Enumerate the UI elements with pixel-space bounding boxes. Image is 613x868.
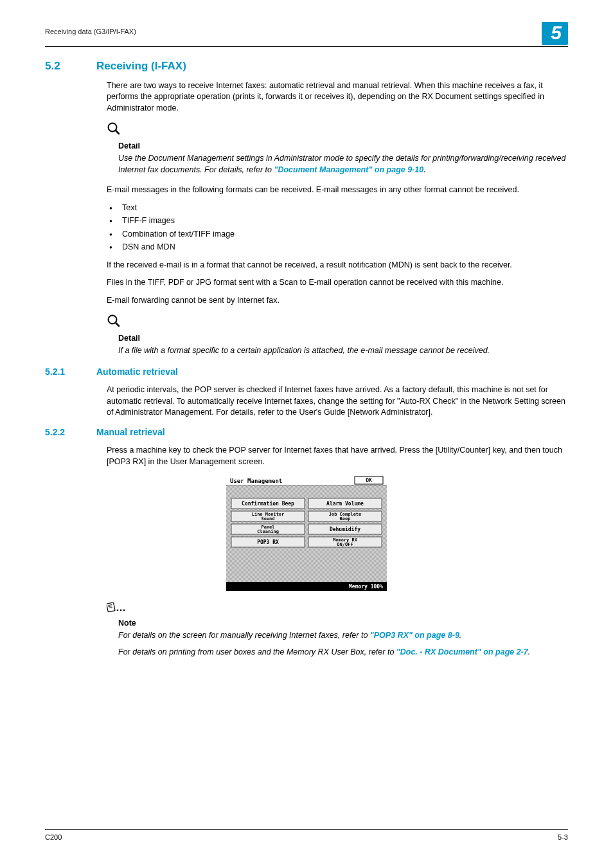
subsection-title: Automatic retrieval	[96, 366, 178, 379]
svg-text:Confirmation Beep: Confirmation Beep	[242, 500, 294, 507]
svg-line-1	[116, 131, 119, 134]
detail-label: Detail	[118, 333, 568, 345]
svg-point-39	[123, 610, 125, 611]
subsection-heading-1: 5.2.1 Automatic retrieval	[45, 366, 568, 379]
magnifier-icon	[107, 314, 121, 332]
pop3-rx-link[interactable]: "POP3 RX" on page 8-9	[370, 631, 459, 640]
lcd-ok-button: OK	[366, 478, 372, 484]
formats-block: E-mail messages in the following formats…	[107, 185, 568, 306]
svg-text:Beep: Beep	[340, 516, 351, 521]
chapter-number-badge: 5	[542, 22, 568, 45]
svg-line-36	[109, 608, 112, 608]
document-management-link[interactable]: "Document Management" on page 9-10	[274, 165, 423, 174]
formats-p1: If the received e-mail is in a format th…	[107, 260, 568, 271]
list-item: Combination of text/TIFF image	[107, 229, 568, 240]
svg-text:POP3 RX: POP3 RX	[257, 539, 279, 545]
detail-body: Use the Document Management settings in …	[118, 153, 568, 176]
formats-list: Text TIFF-F images Combination of text/T…	[107, 203, 568, 253]
section-title: Receiving (I-FAX)	[96, 59, 186, 74]
list-item: DSN and MDN	[107, 242, 568, 253]
svg-point-37	[117, 610, 119, 611]
lcd-title: User Management	[230, 478, 282, 484]
detail-callout-2: Detail If a file with a format specific …	[107, 314, 568, 357]
list-item: Text	[107, 203, 568, 214]
formats-p2: Files in the TIFF, PDF or JPG format sen…	[107, 277, 568, 289]
svg-line-3	[116, 323, 119, 326]
svg-point-38	[120, 610, 122, 611]
detail-body: If a file with a format specific to a ce…	[118, 345, 568, 357]
sub1-body: At periodic intervals, the POP server is…	[107, 384, 568, 419]
list-item: TIFF-F images	[107, 215, 568, 227]
sub2-paragraph: Press a machine key to check the POP ser…	[107, 445, 568, 467]
detail-callout-1: Detail Use the Document Management setti…	[107, 122, 568, 176]
svg-text:ON/OFF: ON/OFF	[337, 542, 353, 547]
footer-left: C200	[45, 833, 62, 842]
page-footer: C200 5-3	[45, 829, 568, 842]
formats-intro: E-mail messages in the following formats…	[107, 185, 568, 196]
svg-text:Alarm Volume: Alarm Volume	[326, 501, 364, 507]
magnifier-icon	[107, 122, 121, 140]
svg-rect-33	[107, 602, 115, 612]
lcd-screenshot: User Management OK Confirmation Beep Ala…	[226, 475, 387, 591]
note-label: Note	[118, 618, 568, 629]
section-intro: There are two ways to receive Internet f…	[107, 80, 568, 114]
note-icon	[107, 602, 126, 617]
sub2-body: Press a machine key to check the POP ser…	[107, 445, 568, 467]
detail-label: Detail	[118, 141, 568, 152]
subsection-number: 5.2.1	[45, 366, 96, 379]
footer-right: 5-3	[558, 833, 568, 842]
section-heading: 5.2 Receiving (I-FAX)	[45, 59, 568, 74]
formats-p3: E-mail forwarding cannot be sent by Inte…	[107, 295, 568, 307]
svg-line-35	[109, 606, 112, 607]
svg-text:Dehumidify: Dehumidify	[330, 526, 360, 532]
svg-line-34	[108, 605, 112, 606]
subsection-heading-2: 5.2.2 Manual retrieval	[45, 426, 568, 439]
sub1-paragraph: At periodic intervals, the POP server is…	[107, 384, 568, 419]
section-number: 5.2	[45, 59, 96, 74]
note-body: For details on the screen for manually r…	[118, 630, 568, 658]
running-head: Receiving data (G3/IP/I-FAX)	[45, 27, 136, 37]
lcd-memory-status: Memory 100%	[349, 584, 383, 590]
note-callout: Note For details on the screen for manua…	[107, 602, 568, 658]
subsection-title: Manual retrieval	[96, 426, 165, 439]
doc-rx-document-link[interactable]: "Doc. - RX Document" on page 2-7	[396, 647, 528, 656]
svg-text:Sound: Sound	[261, 516, 274, 521]
page-header: Receiving data (G3/IP/I-FAX) 5	[45, 27, 568, 47]
subsection-number: 5.2.2	[45, 426, 96, 439]
intro-paragraph: There are two ways to receive Internet f…	[107, 80, 568, 114]
svg-text:Cleaning: Cleaning	[257, 529, 279, 534]
